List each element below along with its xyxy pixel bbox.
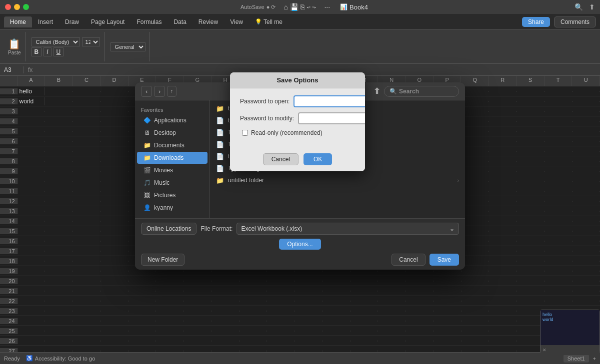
cell[interactable] xyxy=(572,201,600,202)
cell[interactable] xyxy=(544,171,572,172)
cell[interactable] xyxy=(572,151,600,152)
cell[interactable] xyxy=(240,341,268,342)
cell[interactable] xyxy=(378,341,406,342)
add-sheet-button[interactable]: + xyxy=(593,356,596,362)
cell[interactable] xyxy=(45,331,73,332)
cell[interactable] xyxy=(544,211,572,212)
cell[interactable] xyxy=(267,321,295,322)
cell[interactable] xyxy=(350,321,378,322)
cell[interactable] xyxy=(489,241,517,242)
cell[interactable] xyxy=(18,261,46,262)
cell[interactable] xyxy=(100,311,128,312)
cell[interactable] xyxy=(73,161,101,162)
cell[interactable] xyxy=(267,291,295,292)
cell[interactable] xyxy=(572,141,600,142)
cell[interactable] xyxy=(462,331,490,332)
cell[interactable] xyxy=(572,221,600,222)
cell[interactable] xyxy=(322,301,350,302)
cell[interactable] xyxy=(18,141,46,142)
cell[interactable] xyxy=(462,261,490,262)
cell[interactable] xyxy=(18,351,46,352)
cell[interactable] xyxy=(544,121,572,122)
options-button[interactable]: Options... xyxy=(279,239,320,250)
cell[interactable] xyxy=(240,301,268,302)
cell[interactable] xyxy=(73,301,101,302)
cell[interactable] xyxy=(73,291,101,292)
cell[interactable] xyxy=(462,341,490,342)
cell[interactable] xyxy=(462,351,490,352)
cell[interactable] xyxy=(322,351,350,352)
cell[interactable] xyxy=(322,341,350,342)
col-D[interactable]: D xyxy=(100,76,128,86)
cell[interactable] xyxy=(45,301,73,302)
cell[interactable] xyxy=(73,91,101,92)
tab-formulas[interactable]: Formulas xyxy=(130,16,168,27)
cell[interactable] xyxy=(378,321,406,322)
cell[interactable] xyxy=(462,201,490,202)
cell-reference[interactable]: A3 xyxy=(4,66,24,73)
cell[interactable] xyxy=(462,321,490,322)
cell[interactable] xyxy=(45,291,73,292)
cell[interactable] xyxy=(73,211,101,212)
cell[interactable] xyxy=(378,291,406,292)
cell[interactable] xyxy=(434,311,462,312)
cell[interactable] xyxy=(489,91,517,92)
cell[interactable] xyxy=(73,171,101,172)
cell[interactable] xyxy=(267,271,295,272)
cell[interactable] xyxy=(18,281,46,282)
cell[interactable] xyxy=(73,331,101,332)
cell[interactable] xyxy=(350,281,378,282)
cell[interactable] xyxy=(100,221,128,222)
paste-icon[interactable]: 📋 xyxy=(8,38,20,50)
cell[interactable] xyxy=(350,341,378,342)
cell[interactable] xyxy=(156,341,184,342)
cell[interactable] xyxy=(544,301,572,302)
sidebar-item-documents[interactable]: 📁 Documents xyxy=(137,139,208,151)
cell[interactable] xyxy=(462,231,490,232)
cell[interactable] xyxy=(295,341,323,342)
cell[interactable] xyxy=(489,131,517,132)
cell[interactable] xyxy=(517,221,545,222)
cell[interactable] xyxy=(489,281,517,282)
cell[interactable] xyxy=(212,281,240,282)
cell[interactable] xyxy=(406,291,434,292)
new-folder-button[interactable]: New Folder xyxy=(141,254,184,266)
search-icon[interactable]: 🔍 xyxy=(574,3,583,11)
cell[interactable] xyxy=(462,121,490,122)
cell[interactable] xyxy=(128,311,156,312)
cell[interactable] xyxy=(517,261,545,262)
cell[interactable] xyxy=(406,321,434,322)
cell[interactable] xyxy=(100,261,128,262)
cell[interactable] xyxy=(572,171,600,172)
bold-button[interactable]: B xyxy=(32,47,42,56)
cell[interactable] xyxy=(489,231,517,232)
cell[interactable] xyxy=(572,241,600,242)
cell[interactable] xyxy=(462,161,490,162)
cell[interactable] xyxy=(212,331,240,332)
file-item-untitled-folder[interactable]: 📁 untitled folder › xyxy=(210,174,465,186)
cell[interactable] xyxy=(378,301,406,302)
cell[interactable] xyxy=(45,241,73,242)
cell[interactable] xyxy=(295,321,323,322)
cell[interactable] xyxy=(517,161,545,162)
cell[interactable] xyxy=(45,141,73,142)
save-options-cancel-button[interactable]: Cancel xyxy=(263,153,298,165)
cell[interactable] xyxy=(156,291,184,292)
cell[interactable] xyxy=(489,251,517,252)
cell[interactable] xyxy=(156,331,184,332)
more-icon[interactable]: ··· xyxy=(324,3,330,11)
cell[interactable] xyxy=(100,201,128,202)
cell[interactable] xyxy=(572,301,600,302)
cell[interactable] xyxy=(489,171,517,172)
cell[interactable] xyxy=(267,301,295,302)
cell[interactable] xyxy=(462,311,490,312)
cell[interactable] xyxy=(572,111,600,112)
cell[interactable] xyxy=(462,271,490,272)
cell[interactable] xyxy=(350,271,378,272)
cell[interactable] xyxy=(100,211,128,212)
cell[interactable] xyxy=(517,201,545,202)
cell[interactable] xyxy=(184,321,212,322)
cell[interactable] xyxy=(295,291,323,292)
cell[interactable] xyxy=(100,91,128,92)
cell[interactable] xyxy=(100,141,128,142)
